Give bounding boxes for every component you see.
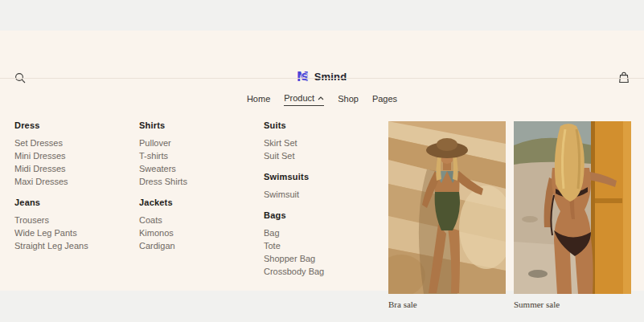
menu-link[interactable]: T-shirts: [139, 149, 260, 162]
menu-group-jeans: Jeans Trousers Wide Leg Pants Straight L…: [14, 196, 135, 252]
nav-product-label: Product: [284, 93, 314, 103]
menu-link[interactable]: Maxi Dresses: [14, 175, 135, 188]
menu-link[interactable]: Sweaters: [139, 162, 260, 175]
menu-link[interactable]: Skirt Set: [264, 137, 384, 149]
menu-group-jackets: Jackets Coats Kimonos Cardigan: [139, 196, 260, 252]
menu-link[interactable]: Bag: [264, 226, 384, 239]
menu-heading-dress: Dress: [14, 119, 135, 132]
brand-logo[interactable]: M S Smind: [0, 70, 644, 83]
menu-link[interactable]: Shopper Bag: [264, 252, 384, 265]
menu-link[interactable]: Suit Set: [264, 149, 384, 162]
menu-column-shirts-jackets: Shirts Pullover T-shirts Sweaters Dress …: [139, 119, 260, 260]
menu-link[interactable]: Mini Dresses: [14, 149, 135, 162]
promo-caption-bra-sale[interactable]: Bra sale: [388, 300, 506, 309]
brand-name: Smind: [314, 71, 347, 83]
menu-link[interactable]: Straight Leg Jeans: [14, 239, 135, 252]
promo-photo-bra-sale: [388, 121, 506, 294]
menu-link[interactable]: Crossbody Bag: [264, 265, 384, 278]
promo-caption-summer-sale[interactable]: Summer sale: [514, 300, 631, 309]
nav-shop[interactable]: Shop: [338, 93, 359, 106]
menu-link[interactable]: Trousers: [14, 214, 135, 226]
menu-link[interactable]: Kimonos: [139, 226, 260, 239]
menu-link[interactable]: Pullover: [139, 137, 260, 149]
menu-link[interactable]: Midi Dresses: [14, 162, 135, 175]
menu-link[interactable]: Swimsuit: [264, 188, 384, 201]
nav-pages[interactable]: Pages: [372, 93, 397, 106]
nav-home[interactable]: Home: [247, 93, 270, 106]
menu-heading-shirts: Shirts: [139, 119, 260, 132]
menu-link[interactable]: Dress Shirts: [139, 175, 260, 188]
menu-group-swimsuits: Swimsuits Swimsuit: [264, 170, 384, 201]
header-and-megamenu-panel: M S Smind Home Product Shop Pages: [0, 31, 644, 291]
menu-group-bags: Bags Bag Tote Shopper Bag Crossbody Bag: [264, 209, 384, 278]
main-nav: Home Product Shop Pages: [0, 93, 644, 106]
header-divider: [0, 78, 644, 79]
svg-text:S: S: [301, 71, 308, 83]
menu-group-suits: Suits Skirt Set Suit Set: [264, 119, 384, 162]
menu-group-shirts: Shirts Pullover T-shirts Sweaters Dress …: [139, 119, 260, 188]
menu-column-suits-swim-bags: Suits Skirt Set Suit Set Swimsuits Swims…: [264, 119, 384, 286]
smind-monogram-icon: M S: [297, 70, 310, 83]
promo-card-summer-sale[interactable]: Summer sale: [514, 121, 631, 309]
chevron-up-icon: [318, 96, 324, 100]
menu-heading-jeans: Jeans: [14, 196, 135, 209]
promo-card-bra-sale[interactable]: Bra sale: [388, 121, 506, 309]
menu-link[interactable]: Cardigan: [139, 239, 260, 252]
nav-product[interactable]: Product: [284, 93, 324, 106]
menu-link[interactable]: Wide Leg Pants: [14, 226, 135, 239]
menu-link[interactable]: Coats: [139, 214, 260, 226]
menu-heading-jackets: Jackets: [139, 196, 260, 209]
menu-column-dress-jeans: Dress Set Dresses Mini Dresses Midi Dres…: [14, 119, 135, 260]
menu-link[interactable]: Tote: [264, 239, 384, 252]
menu-heading-swimsuits: Swimsuits: [264, 170, 384, 183]
menu-link[interactable]: Set Dresses: [14, 137, 135, 149]
promo-photo-summer-sale: [514, 121, 631, 294]
menu-heading-bags: Bags: [264, 209, 384, 222]
page: M S Smind Home Product Shop Pages: [0, 0, 644, 322]
menu-heading-suits: Suits: [264, 119, 384, 132]
menu-group-dress: Dress Set Dresses Mini Dresses Midi Dres…: [14, 119, 135, 188]
